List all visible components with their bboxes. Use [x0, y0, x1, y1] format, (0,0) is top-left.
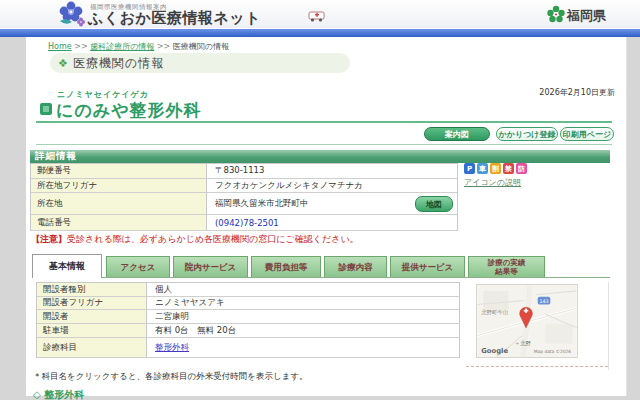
- google-map[interactable]: 143 北野町今山 北野 + Google Map data ©2026: [476, 284, 578, 358]
- row-label: 所在地: [31, 193, 207, 214]
- details-table: 郵便番号 〒830-1113 所在地フリガナ フクオカケンクルメシキタノマチナカ…: [30, 163, 458, 231]
- page-title: 医療機関の情報: [73, 55, 164, 72]
- no-smoking-icon: 禁: [503, 163, 514, 174]
- row-value: 〒830-1113: [207, 164, 457, 178]
- table-row: 開設者 二宮康明: [37, 310, 459, 324]
- breadcrumb: Home >> 歯科診療所の情報 >> 医療機関の情報: [48, 41, 229, 52]
- table-row: 郵便番号 〒830-1113: [31, 164, 457, 179]
- address-text: 福岡県久留米市北野町中: [215, 198, 309, 210]
- ambulance-icon: [308, 11, 326, 22]
- guide-map-button[interactable]: 案内図: [424, 127, 490, 141]
- map-area-label: 北野町今山: [480, 309, 508, 316]
- notice-text: 【注意】受診される際は、必ずあらかじめ各医療機関の窓口にご確認ください。: [31, 233, 359, 246]
- table-row: 開設者種別 個人: [37, 283, 459, 297]
- department-link[interactable]: 整形外科: [155, 342, 189, 354]
- row-value: 有料 0台 無料 20台: [147, 324, 459, 337]
- tab-in-hospital-services[interactable]: 院内サービス: [173, 256, 248, 277]
- family-doctor-register-button[interactable]: かかりつけ登録: [496, 127, 558, 141]
- notice-body: 受診される際は、必ずあらかじめ各医療機関の窓口にご確認ください。: [67, 234, 359, 244]
- tab-basic-info[interactable]: 基本情報: [32, 254, 102, 278]
- green-divider-thin: [36, 144, 612, 145]
- prefecture-name[interactable]: 福岡県: [567, 7, 606, 25]
- row-label: 開設者フリガナ: [37, 297, 147, 309]
- table-row: 駐車場 有料 0台 無料 20台: [37, 324, 459, 338]
- tab-access[interactable]: アクセス: [106, 256, 170, 277]
- breadcrumb-separator: >>: [74, 42, 87, 51]
- map-button[interactable]: 地図: [415, 196, 453, 212]
- clover-icon: ❖: [58, 57, 68, 70]
- table-row: 所在地フリガナ フクオカケンクルメシキタノマチナカ: [31, 179, 457, 193]
- row-label: 電話番号: [31, 215, 207, 230]
- map-copyright: Map data ©2026: [534, 349, 571, 354]
- row-label: 開設者: [37, 310, 147, 323]
- breadcrumb-dental-link[interactable]: 歯科診療所の情報: [90, 42, 154, 51]
- tab-underline: [32, 277, 610, 278]
- details-section-header: 詳細情報: [30, 150, 610, 163]
- map-poi-cross: +: [515, 340, 519, 346]
- row-value: 二宮康明: [147, 310, 459, 323]
- icon-legend-link[interactable]: アイコンの説明: [464, 177, 521, 188]
- breadcrumb-separator: >>: [157, 42, 170, 51]
- route-shield-number: 143: [539, 298, 548, 304]
- prefecture-logo-icon: [547, 5, 565, 24]
- table-row: 開設者フリガナ ニノミヤヤスアキ: [37, 297, 459, 310]
- row-label: 所在地フリガナ: [31, 179, 207, 192]
- row-value: 個人: [147, 283, 459, 296]
- updated-date: 2026年2月10日更新: [470, 87, 615, 98]
- basic-info-table: 開設者種別 個人 開設者フリガナ ニノミヤヤスアキ 開設者 二宮康明 駐車場 有…: [36, 282, 460, 358]
- prevention-icon: 防: [516, 163, 527, 174]
- page-title-box: ❖ 医療機関の情報: [50, 53, 350, 73]
- row-value: ニノミヤヤスアキ: [147, 297, 459, 309]
- parking-icon: P: [464, 163, 475, 174]
- tab-treatment-content[interactable]: 診療内容: [324, 256, 387, 277]
- clinic-square-icon: [40, 103, 52, 115]
- print-page-button[interactable]: 印刷用ページ: [560, 127, 614, 141]
- notice-prefix: 【注意】: [31, 234, 67, 244]
- tab-provided-services[interactable]: 提供サービス: [390, 256, 465, 277]
- panel-inner-border: [608, 282, 609, 370]
- tab-results[interactable]: 診療の実績 結果等: [468, 256, 545, 277]
- dashed-separator: [466, 366, 608, 367]
- fee-support-icon: 割: [490, 163, 501, 174]
- tab-costs[interactable]: 費用負担等: [251, 256, 321, 277]
- footnote-text: ＊科目名をクリックすると、各診療科目の外来受付時間を表示します。: [33, 371, 308, 383]
- row-label: 郵便番号: [31, 164, 207, 178]
- phone-number-link[interactable]: (0942)78-2501: [207, 215, 457, 230]
- google-logo: Google: [481, 347, 508, 355]
- row-label: 駐車場: [37, 324, 147, 337]
- breadcrumb-current: 医療機関の情報: [173, 42, 229, 51]
- header-divider-bar: [0, 28, 640, 37]
- row-label: 開設者種別: [37, 283, 147, 296]
- page-root: 福岡県医療機関情報案内 ふくおか医療情報ネット 福岡県 Home >> 歯科診療…: [0, 0, 640, 400]
- row-value: 福岡県久留米市北野町中 地図: [207, 193, 457, 214]
- map-station-label: 北野: [519, 340, 531, 347]
- row-value: フクオカケンクルメシキタノマチナカ: [207, 179, 457, 192]
- table-row: 電話番号 (0942)78-2501: [31, 215, 457, 231]
- breadcrumb-home-link[interactable]: Home: [48, 42, 72, 51]
- department-section-heading: ◇ 整形外科: [33, 388, 84, 400]
- table-row: 診療科目 整形外科: [37, 338, 459, 358]
- clinic-name: にのみや整形外科: [56, 99, 202, 122]
- site-title[interactable]: ふくおか医療情報ネット: [88, 9, 261, 28]
- barrier-free-icon: 車: [477, 163, 488, 174]
- site-logo-flower-icon: [58, 1, 88, 27]
- green-divider: [36, 121, 612, 123]
- table-row: 所在地 福岡県久留米市北野町中 地図: [31, 193, 457, 215]
- row-label: 診療科目: [37, 338, 147, 357]
- facility-icon-strip: P 車 割 禁 防: [464, 163, 527, 174]
